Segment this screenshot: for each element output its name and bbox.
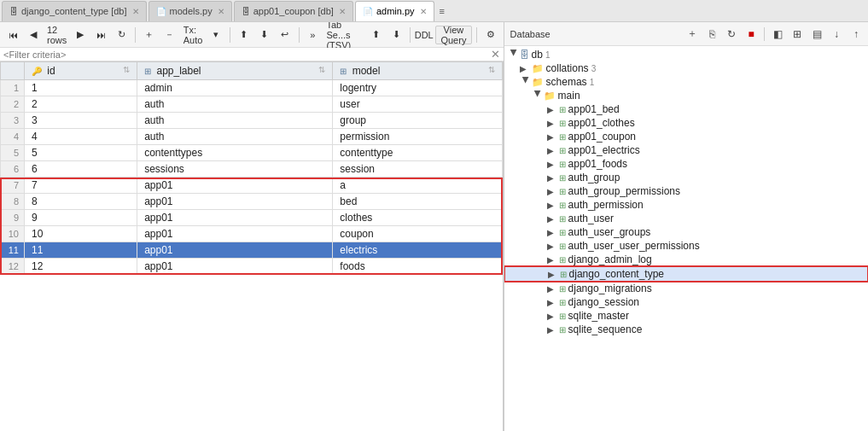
table-row[interactable]: 1212app01foods <box>1 259 503 275</box>
filter-clear-btn[interactable]: ✕ <box>491 48 500 61</box>
table-expand-icon[interactable]: ▶ <box>547 160 559 169</box>
table-row[interactable]: 11adminlogentry <box>1 80 503 96</box>
nav-next-btn[interactable]: ▶ <box>71 26 90 44</box>
close-tab-2[interactable]: ✕ <box>339 7 346 16</box>
rt-btn8[interactable]: ↓ <box>828 26 845 43</box>
sort-asc-btn[interactable]: ⬆ <box>235 26 253 44</box>
cell-app_label: auth <box>137 113 333 129</box>
col-header-id[interactable]: 🔑 id ⇅ <box>25 62 137 80</box>
tree-table-auth_user_groups[interactable]: ▶⊞auth_user_groups <box>504 225 868 239</box>
table-row[interactable]: 55contenttypescontenttype <box>1 145 503 161</box>
tab-app01-coupon[interactable]: 🗄 app01_coupon [db] ✕ <box>234 1 353 21</box>
main-expand-icon[interactable]: ▶ <box>533 90 542 102</box>
export-btn[interactable]: » <box>303 26 322 44</box>
nav-first-btn[interactable]: ⏮ <box>3 26 22 44</box>
tree-table-auth_group_permissions[interactable]: ▶⊞auth_group_permissions <box>504 184 868 198</box>
rt-copy-btn[interactable]: ⎘ <box>703 26 720 43</box>
schemas-expand-icon[interactable]: ▶ <box>521 76 530 88</box>
tree-db-root[interactable]: ▶ 🗄 db 1 <box>504 48 868 61</box>
rt-refresh-btn[interactable]: ↻ <box>723 26 740 43</box>
table-row[interactable]: 44authpermission <box>1 129 503 145</box>
table-expand-icon[interactable]: ▶ <box>547 325 559 335</box>
tree-table-django_content_type[interactable]: ▶⊞django_content_type <box>504 266 868 282</box>
rt-btn7[interactable]: ▤ <box>808 26 825 43</box>
table-expand-icon[interactable]: ▶ <box>547 187 559 196</box>
table-row[interactable]: 1010app01coupon <box>1 226 503 242</box>
tree-collations[interactable]: ▶ 📁 collations 3 <box>504 61 868 75</box>
tree-schemas[interactable]: ▶ 📁 schemas 1 <box>504 75 868 89</box>
nav-prev-btn[interactable]: ◀ <box>24 26 43 44</box>
tab-overflow-btn[interactable]: ≡ <box>440 6 445 16</box>
table-expand-icon[interactable]: ▶ <box>547 201 559 210</box>
data-grid: 🔑 id ⇅ ⊞ app_label ⇅ ⊞ <box>0 61 504 431</box>
close-tab-1[interactable]: ✕ <box>218 7 224 16</box>
tree-table-sqlite_master[interactable]: ▶⊞sqlite_master <box>504 309 868 323</box>
tab-django-content-type[interactable]: 🗄 django_content_type [db] ✕ <box>2 1 147 21</box>
table-expand-icon[interactable]: ▶ <box>547 119 559 128</box>
tree-main[interactable]: ▶ 📁 main <box>504 89 868 102</box>
table-expand-icon[interactable]: ▶ <box>547 105 559 114</box>
table-expand-icon[interactable]: ▶ <box>547 255 559 265</box>
tab-models-py[interactable]: 📄 models.py ✕ <box>149 1 232 21</box>
table-row[interactable]: 99app01clothes <box>1 210 503 226</box>
close-tab-0[interactable]: ✕ <box>132 7 139 16</box>
upload-btn[interactable]: ⬆ <box>366 26 385 44</box>
refresh-btn[interactable]: ↻ <box>112 26 131 44</box>
collations-expand-icon[interactable]: ▶ <box>520 64 532 73</box>
nav-last-btn[interactable]: ⏭ <box>91 26 110 44</box>
tree-table-app01_electrics[interactable]: ▶⊞app01_electrics <box>504 143 868 157</box>
tree-table-django_admin_log[interactable]: ▶⊞django_admin_log <box>504 253 868 266</box>
add-row-btn[interactable]: ＋ <box>140 26 159 44</box>
table-expand-icon[interactable]: ▶ <box>547 228 559 237</box>
tree-table-auth_group[interactable]: ▶⊞auth_group <box>504 171 868 184</box>
table-expand-icon[interactable]: ▶ <box>547 132 559 142</box>
tree-table-app01_coupon[interactable]: ▶⊞app01_coupon <box>504 130 868 143</box>
undo-btn[interactable]: ↩ <box>276 26 294 44</box>
tree-table-sqlite_sequence[interactable]: ▶⊞sqlite_sequence <box>504 323 868 336</box>
table-row[interactable]: 77app01a <box>1 178 503 194</box>
tree-table-auth_user_user_permissions[interactable]: ▶⊞auth_user_user_permissions <box>504 239 868 253</box>
tab-admin-py[interactable]: 📄 admin.py ✕ <box>355 1 434 21</box>
ddl-btn[interactable]: DDL <box>415 26 434 44</box>
right-toolbar: Database ＋ ⎘ ↻ ■ ◧ ⊞ ▤ ↓ ↑ <box>504 22 868 46</box>
table-expand-icon[interactable]: ▶ <box>547 146 559 155</box>
table-expand-icon[interactable]: ▶ <box>547 298 559 307</box>
download-btn[interactable]: ⬇ <box>387 26 405 44</box>
sep5 <box>476 27 477 43</box>
settings-btn[interactable]: ⚙ <box>481 26 500 44</box>
table-row[interactable]: 1111app01electrics <box>1 242 503 259</box>
tab-bar: 🗄 django_content_type [db] ✕ 📄 models.py… <box>0 0 868 22</box>
rt-btn6[interactable]: ⊞ <box>789 26 806 43</box>
table-expand-icon[interactable]: ▶ <box>547 312 559 321</box>
tree-table-app01_bed[interactable]: ▶⊞app01_bed <box>504 102 868 116</box>
tree-table-app01_clothes[interactable]: ▶⊞app01_clothes <box>504 116 868 130</box>
table-row[interactable]: 22authuser <box>1 96 503 113</box>
tree-table-auth_permission[interactable]: ▶⊞auth_permission <box>504 198 868 212</box>
rt-stop-btn[interactable]: ■ <box>743 26 760 43</box>
close-tab-3[interactable]: ✕ <box>420 7 427 16</box>
table-row[interactable]: 66sessionssession <box>1 161 503 178</box>
db-expand-icon[interactable]: ▶ <box>509 49 518 61</box>
tree-table-django_session[interactable]: ▶⊞django_session <box>504 295 868 309</box>
table-icon: ⊞ <box>559 146 566 155</box>
table-row[interactable]: 33authgroup <box>1 113 503 129</box>
tree-table-app01_foods[interactable]: ▶⊞app01_foods <box>504 157 868 171</box>
table-expand-icon[interactable]: ▶ <box>547 214 559 224</box>
tree-table-django_migrations[interactable]: ▶⊞django_migrations <box>504 282 868 295</box>
col-header-app-label[interactable]: ⊞ app_label ⇅ <box>137 62 333 80</box>
rt-add-btn[interactable]: ＋ <box>684 26 701 43</box>
rt-btn9[interactable]: ↑ <box>848 26 865 43</box>
table-expand-icon[interactable]: ▶ <box>547 173 559 183</box>
table-expand-icon[interactable]: ▶ <box>548 270 560 279</box>
col-header-model[interactable]: ⊞ model ⇅ <box>333 62 502 80</box>
tx-dropdown-btn[interactable]: ▾ <box>207 26 225 44</box>
filter-input[interactable] <box>3 50 491 60</box>
rt-btn5[interactable]: ◧ <box>769 26 786 43</box>
tree-table-auth_user[interactable]: ▶⊞auth_user <box>504 212 868 225</box>
table-row[interactable]: 88app01bed <box>1 194 503 210</box>
sort-desc-btn[interactable]: ⬇ <box>255 26 274 44</box>
table-expand-icon[interactable]: ▶ <box>547 242 559 251</box>
delete-row-btn[interactable]: － <box>160 26 179 44</box>
table-expand-icon[interactable]: ▶ <box>547 284 559 294</box>
view-query-btn[interactable]: View Query <box>435 26 472 44</box>
